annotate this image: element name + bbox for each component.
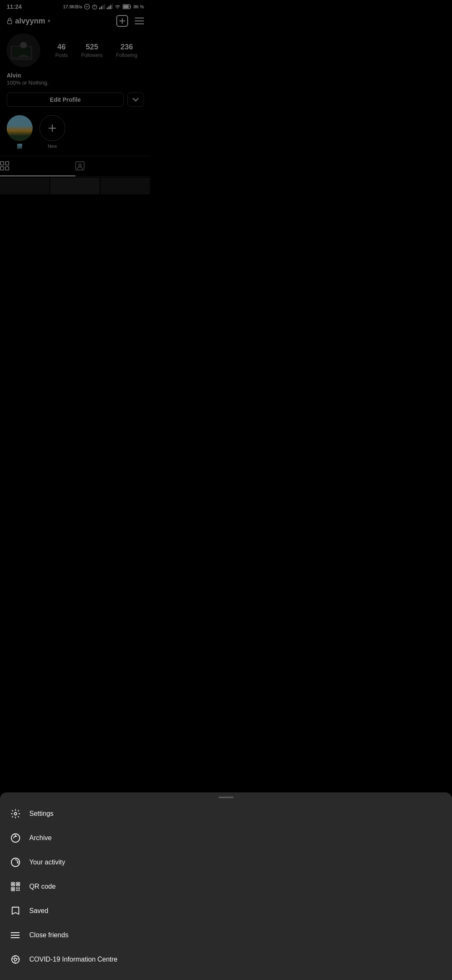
bottom-overlay[interactable]: Settings Archive Your acti bbox=[0, 0, 151, 327]
